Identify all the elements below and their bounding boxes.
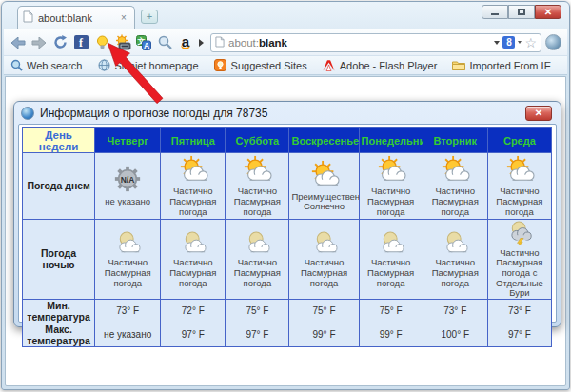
- night-weather-text: Частично Пасмурная погода: [291, 258, 356, 288]
- night-cloudy-icon: [291, 230, 356, 258]
- engine-dropdown-icon[interactable]: [518, 41, 522, 44]
- minimize-icon: [491, 13, 499, 15]
- night-weather-text: Частично Пасмурная погода: [425, 258, 485, 288]
- browser-menu-button[interactable]: [545, 34, 561, 50]
- max-temp-cell: 99° F: [289, 323, 359, 346]
- globe-icon: [98, 59, 111, 72]
- bookmark-label: Web search: [27, 60, 83, 71]
- row-label-max-temp: Макс. температура: [23, 323, 95, 346]
- row-label-day-weather: Погода днем: [23, 153, 95, 220]
- forward-button[interactable]: [30, 34, 48, 51]
- bookmarks-bar: Web searchSlimjet homepageSuggested Site…: [4, 56, 567, 75]
- day-cloudy-icon: [425, 155, 485, 186]
- day-header: Четверг: [95, 128, 161, 153]
- min-temp-cell: 73° F: [95, 299, 161, 323]
- row-label-min-temp: Мин. температура: [23, 299, 95, 323]
- dialog-close-button[interactable]: ✕: [525, 106, 552, 121]
- back-button[interactable]: [10, 34, 27, 51]
- max-temp-cell: 99° F: [359, 323, 423, 346]
- page-icon: [215, 34, 225, 51]
- bookmark-item-suggested[interactable]: Suggested Sites: [214, 59, 307, 72]
- night-weather-cell: Частично Пасмурная погода: [161, 220, 226, 300]
- night-cloudy-icon: [163, 230, 223, 258]
- day-cloudy-icon: [163, 155, 223, 186]
- day-cloudy-icon: [227, 155, 286, 186]
- bookmark-item-folder[interactable]: Imported From IE: [452, 59, 551, 72]
- maximize-icon: [518, 9, 525, 15]
- window-controls: ✕: [482, 5, 561, 19]
- browser-window: about:blank × + ✕ f: [1, 1, 570, 390]
- tab-about-blank[interactable]: about:blank ×: [17, 6, 135, 29]
- day-cloudy-icon: [291, 160, 356, 191]
- bookmark-item-search[interactable]: Web search: [10, 59, 83, 72]
- day-weather-text: не указано: [97, 197, 158, 207]
- minimize-button[interactable]: [482, 5, 508, 19]
- search-engine-icon[interactable]: 8: [502, 36, 515, 49]
- tab-close-icon[interactable]: ×: [118, 12, 129, 24]
- storm-icon: [490, 220, 549, 247]
- bookmark-item-adobe[interactable]: Adobe - Flash Player: [323, 59, 438, 72]
- bookmark-label: Adobe - Flash Player: [340, 60, 438, 71]
- overflow-chevron-icon[interactable]: [199, 39, 204, 47]
- dialog-titlebar[interactable]: Информация о прогнозе погоды для 78735: [14, 102, 561, 124]
- weather-extension-icon[interactable]: [114, 34, 131, 51]
- close-icon: ✕: [544, 8, 552, 17]
- svg-text:N/A: N/A: [121, 175, 135, 185]
- screenshot-stage: about:blank × + ✕ f: [0, 0, 571, 392]
- amazon-extension-icon[interactable]: a: [177, 34, 194, 51]
- zoom-extension-icon[interactable]: [156, 34, 173, 51]
- bookmark-star-icon[interactable]: ☆: [524, 37, 537, 49]
- night-weather-text: Частично Пасмурная погода: [227, 258, 286, 288]
- search-icon: [10, 59, 23, 72]
- day-weather-cell: Частично Пасмурная погода: [359, 153, 423, 220]
- night-weather-text: Частично Пасмурная погода с Отдельные Бу…: [490, 248, 549, 299]
- facebook-extension-icon[interactable]: f: [72, 34, 89, 51]
- bookmark-item-globe[interactable]: Slimjet homepage: [98, 59, 199, 72]
- day-weather-text: Частично Пасмурная погода: [163, 186, 223, 217]
- max-temp-cell: не указано: [95, 323, 161, 346]
- dialog-globe-icon: [21, 107, 34, 120]
- day-weather-cell: N/Aне указано: [95, 153, 161, 220]
- forecast-table: День неделиЧетвергПятницаСубботаВоскресе…: [22, 127, 553, 347]
- lightbulb-extension-icon[interactable]: [93, 34, 110, 51]
- bookmark-label: Slimjet homepage: [115, 60, 199, 71]
- address-dropdown-icon[interactable]: [494, 41, 500, 45]
- max-temp-cell: 97° F: [161, 323, 226, 346]
- night-cloudy-icon: [362, 230, 421, 258]
- page-icon: [23, 10, 33, 27]
- weather-forecast-dialog: Информация о прогнозе погоды для 78735 ✕…: [13, 101, 561, 327]
- folder-icon: [452, 59, 465, 72]
- day-weather-text: Частично Пасмурная погода: [227, 186, 286, 217]
- tab-title: about:blank: [38, 12, 113, 24]
- min-temp-cell: 75° F: [359, 299, 423, 323]
- close-window-button[interactable]: ✕: [535, 5, 561, 19]
- bookmark-label: Imported From IE: [469, 60, 551, 71]
- dialog-title: Информация о прогнозе погоды для 78735: [40, 107, 554, 120]
- max-temp-cell: 100° F: [423, 323, 487, 346]
- forecast-table-grid: День неделиЧетвергПятницаСубботаВоскресе…: [22, 127, 552, 347]
- night-weather-cell: Частично Пасмурная погода: [423, 220, 487, 300]
- suggested-icon: [214, 59, 227, 72]
- max-temp-cell: 97° F: [226, 323, 289, 346]
- day-weather-cell: Частично Пасмурная погода: [161, 153, 226, 220]
- day-header: Пятница: [161, 128, 226, 153]
- address-bar[interactable]: about:blank 8 ☆: [210, 33, 541, 52]
- night-weather-cell: Частично Пасмурная погода с Отдельные Бу…: [487, 220, 551, 300]
- day-weather-cell: Частично Пасмурная погода: [226, 153, 289, 220]
- maximize-button[interactable]: [508, 5, 535, 19]
- row-label-night-weather: Погода ночью: [23, 220, 95, 300]
- tab-strip: about:blank × + ✕: [2, 2, 569, 29]
- refresh-button[interactable]: [51, 34, 69, 51]
- night-weather-text: Частично Пасмурная погода: [163, 258, 223, 288]
- na-icon: N/A: [97, 165, 158, 196]
- night-weather-cell: Частично Пасмурная погода: [289, 220, 359, 300]
- day-weather-cell: Частично Пасмурная погода: [423, 153, 487, 220]
- night-weather-cell: Частично Пасмурная погода: [359, 220, 423, 300]
- night-cloudy-icon: [425, 230, 485, 258]
- new-tab-button[interactable]: +: [141, 10, 158, 24]
- translate-extension-icon[interactable]: 文A: [135, 34, 152, 51]
- address-input[interactable]: about:blank: [228, 37, 490, 49]
- day-header: Понедельник: [359, 128, 423, 153]
- day-weather-cell: Частично Пасмурная погода: [487, 153, 551, 220]
- min-temp-cell: 73° F: [423, 299, 487, 323]
